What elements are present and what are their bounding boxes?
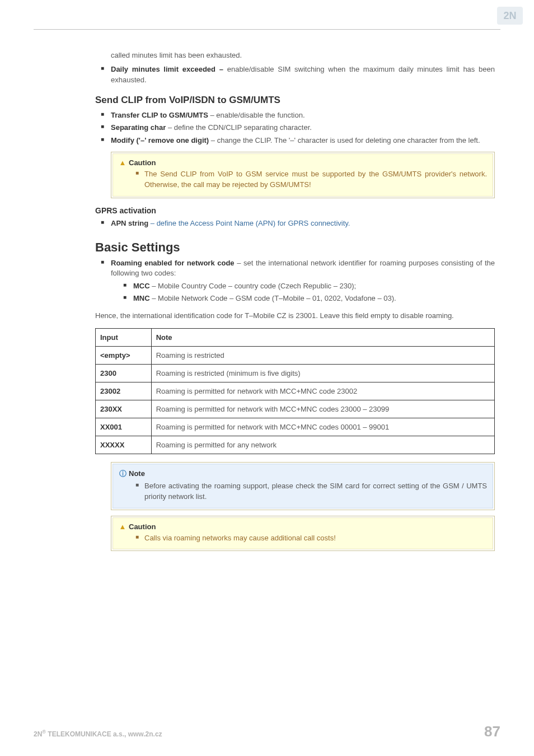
- warning-icon: ▲: [119, 158, 127, 167]
- bullet-bold: Modify ('–' remove one digit): [111, 136, 209, 144]
- bullet-bold: MNC: [133, 294, 150, 302]
- table-row: <empty>Roaming is restricted: [96, 346, 495, 364]
- bullet-mcc: MCC – Mobile Country Code – country code…: [95, 281, 495, 292]
- footer-reg: ®: [42, 729, 46, 735]
- bullet-text: – enable/disable the function.: [208, 111, 305, 119]
- bullet-apn-string: APN string – define the Access Point Nam…: [95, 218, 495, 229]
- bullet-text: – change the CLIP. The '–' character is …: [209, 136, 480, 144]
- bullet-mnc: MNC – Mobile Network Code – GSM code (T–…: [95, 293, 495, 304]
- bullet-bold: Separating char: [111, 123, 166, 132]
- bullet-bold: Daily minutes limit exceeded –: [111, 65, 227, 73]
- bullet-text: – Mobile Network Code – GSM code (T–Mobi…: [150, 294, 396, 302]
- table-row: XX001Roaming is permitted for network wi…: [96, 418, 495, 436]
- bullet-bold: Roaming enabled for network code: [111, 259, 235, 267]
- note-title-text: Note: [129, 469, 145, 478]
- brand-logo: 2N: [497, 7, 523, 25]
- footer-company: 2N® TELEKOMUNIKACE a.s., www.2n.cz: [34, 729, 162, 738]
- bullet-text: – Mobile Country Code – country code (Cz…: [150, 282, 357, 290]
- svg-text:2N: 2N: [503, 10, 516, 21]
- note-box-roaming: ⓘNote Before activating the roaming supp…: [111, 462, 495, 510]
- cell-note: Roaming is restricted: [151, 346, 494, 364]
- table-row: 230XXRoaming is permitted for network wi…: [96, 400, 495, 418]
- note-text: Before activating the roaming support, p…: [119, 481, 487, 502]
- cell-note: Roaming is restricted (minimum is five d…: [151, 364, 494, 382]
- page-footer: 2N® TELEKOMUNIKACE a.s., www.2n.cz 87: [34, 723, 500, 740]
- caution-text: Calls via roaming networks may cause add…: [119, 533, 487, 544]
- cell-input: XX001: [96, 418, 152, 436]
- heading-gprs: GPRS activation: [95, 206, 495, 215]
- bullet-bold: MCC: [133, 282, 150, 290]
- bullet-transfer-clip: Transfer CLIP to GSM/UMTS – enable/disab…: [95, 110, 495, 121]
- cell-note: Roaming is permitted for network with MC…: [151, 382, 494, 400]
- cell-note: Roaming is permitted for any network: [151, 436, 494, 454]
- warning-icon: ▲: [119, 522, 127, 531]
- bullet-modify: Modify ('–' remove one digit) – change t…: [95, 136, 495, 146]
- cell-input: 23002: [96, 382, 152, 400]
- bullet-bold: Transfer CLIP to GSM/UMTS: [111, 111, 208, 119]
- note-title: ⓘNote: [119, 469, 487, 479]
- info-icon: ⓘ: [119, 469, 127, 479]
- bullet-text: – define the CDN/CLIP separating charact…: [166, 123, 312, 132]
- cell-input: 2300: [96, 364, 152, 382]
- cell-input: 230XX: [96, 400, 152, 418]
- heading-basic-settings: Basic Settings: [95, 240, 495, 255]
- footer-url: TELEKOMUNIKACE a.s., www.2n.cz: [46, 730, 162, 738]
- bullet-text-link: – define the Access Point Name (APN) for…: [148, 219, 350, 227]
- caution-box-roaming: ▲Caution Calls via roaming networks may …: [111, 516, 495, 552]
- bullet-bold: APN string: [111, 219, 148, 227]
- caution-title: ▲Caution: [119, 522, 487, 531]
- intro-continuation: called minutes limit has been exhausted.: [95, 50, 495, 61]
- page-content: called minutes limit has been exhausted.…: [95, 50, 495, 557]
- th-input: Input: [96, 328, 152, 346]
- caution-title-text: Caution: [129, 522, 156, 531]
- cell-note: Roaming is permitted for network with MC…: [151, 418, 494, 436]
- page-number: 87: [484, 723, 500, 740]
- caution-text: The Send CLIP from VoIP to GSM service m…: [119, 169, 487, 190]
- cell-input: <empty>: [96, 346, 152, 364]
- table-row: 23002Roaming is permitted for network wi…: [96, 382, 495, 400]
- caution-box-sendclip: ▲Caution The Send CLIP from VoIP to GSM …: [111, 152, 495, 198]
- roaming-table: Input Note <empty>Roaming is restricted …: [95, 328, 495, 454]
- footer-brand: 2N: [34, 730, 42, 738]
- heading-send-clip: Send CLIP from VoIP/ISDN to GSM/UMTS: [95, 95, 495, 106]
- caution-title-text: Caution: [129, 158, 156, 167]
- table-row: 2300Roaming is restricted (minimum is fi…: [96, 364, 495, 382]
- bullet-roaming-enabled: Roaming enabled for network code – set t…: [95, 258, 495, 279]
- th-note: Note: [151, 328, 494, 346]
- caution-title: ▲Caution: [119, 158, 487, 167]
- header-divider: [34, 29, 500, 30]
- basic-paragraph: Hence, the international identification …: [95, 311, 495, 321]
- bullet-daily-limit: Daily minutes limit exceeded – enable/di…: [95, 64, 495, 86]
- cell-note: Roaming is permitted for network with MC…: [151, 400, 494, 418]
- bullet-separating-char: Separating char – define the CDN/CLIP se…: [95, 123, 495, 133]
- cell-input: XXXXX: [96, 436, 152, 454]
- table-row: XXXXXRoaming is permitted for any networ…: [96, 436, 495, 454]
- table-header-row: Input Note: [96, 328, 495, 346]
